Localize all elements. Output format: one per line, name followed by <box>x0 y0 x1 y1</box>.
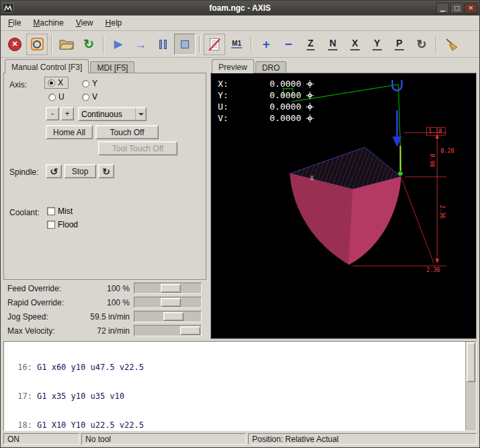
radio-icon <box>48 94 56 101</box>
gcode-scrollbar[interactable] <box>465 342 476 431</box>
toolbar-separator <box>103 36 104 53</box>
slider-thumb[interactable] <box>163 312 184 321</box>
gcode-listing[interactable]: 16:G1 x60 y10 u47.5 v22.5 17:G1 x35 y10 … <box>3 341 477 431</box>
feed-override-label: Feed Override: <box>7 284 76 293</box>
machine-state-cell: ON <box>3 433 79 445</box>
view-side-button[interactable]: X <box>344 34 366 55</box>
maximize-button[interactable]: ▢ <box>450 3 463 13</box>
spindle-ccw-button[interactable]: ↺ <box>46 164 62 178</box>
gcode-line[interactable]: 18:G1 X10 Y10 u22.5 v22.5 <box>9 420 465 430</box>
run-button[interactable] <box>108 34 129 55</box>
axis-radio-u[interactable]: U <box>48 92 65 102</box>
slider-thumb[interactable] <box>161 298 181 307</box>
close-button[interactable]: ✕ <box>465 3 477 13</box>
dro-row-u: U: 0.0000 <box>218 101 314 112</box>
estop-icon <box>8 38 22 51</box>
tool-position-marker <box>398 146 403 176</box>
rotate-icon <box>416 38 426 50</box>
slider-thumb[interactable] <box>161 284 181 293</box>
tab-mdi[interactable]: MDI [F5] <box>90 61 134 73</box>
axis-radio-v[interactable]: V <box>82 92 97 102</box>
open-file-button[interactable] <box>56 34 77 55</box>
letter-x-icon: X <box>350 38 359 50</box>
preview-canvas[interactable]: X: 0.0000 Y: 0.0000 U: 0.0000 <box>210 73 477 339</box>
zoom-out-button[interactable]: − <box>278 34 299 55</box>
jog-mode-combobox[interactable]: Continuous <box>78 107 147 121</box>
gcode-line[interactable]: 17:G1 x35 y10 u35 v10 <box>9 391 465 401</box>
toolbar-separator <box>51 36 52 53</box>
home-all-button[interactable]: Home All <box>46 125 93 139</box>
view-top-button[interactable]: Z <box>300 34 321 55</box>
menu-help[interactable]: Help <box>99 16 128 30</box>
chevron-down-icon <box>135 108 146 120</box>
window-title: foam.ngc - AXIS <box>1 3 479 13</box>
tool-touch-off-button: Tool Touch Off <box>98 141 177 155</box>
scrollbar-thumb[interactable] <box>467 342 475 382</box>
tab-manual-control[interactable]: Manual Control [F3] <box>5 59 89 73</box>
menu-file[interactable]: File <box>2 16 27 30</box>
radio-icon <box>82 80 89 87</box>
view-front-button[interactable]: Y <box>366 34 388 55</box>
jog-speed-slider[interactable] <box>134 311 202 322</box>
rotate-view-button[interactable] <box>411 34 432 55</box>
jog-speed-row: Jog Speed: 59.5 in/min <box>7 309 206 324</box>
optional-pause-button[interactable]: M1 <box>226 34 247 55</box>
coolant-label: Coolant: <box>9 208 40 217</box>
letter-y-icon: Y <box>372 38 381 50</box>
tab-preview[interactable]: Preview <box>212 59 254 73</box>
machine-power-button[interactable] <box>26 34 48 55</box>
unhomed-origin-icon <box>306 103 314 111</box>
unhomed-origin-icon <box>306 114 314 122</box>
pause-button[interactable] <box>152 34 173 55</box>
axis-radio-x[interactable]: X <box>44 77 69 89</box>
spindle-stop-button[interactable]: Stop <box>64 164 96 178</box>
tool-status-cell: No tool <box>81 433 246 445</box>
tab-dro[interactable]: DRO <box>255 61 287 73</box>
folder-icon <box>59 38 74 50</box>
reload-button[interactable] <box>78 34 99 55</box>
letter-z-rotated-icon: N <box>328 38 337 50</box>
toolbar-separator <box>436 36 437 53</box>
menu-machine[interactable]: Machine <box>27 16 69 30</box>
mist-checkbox[interactable]: Mist <box>47 207 73 216</box>
dim-label-4: 2.36 <box>439 205 446 219</box>
max-velocity-label: Max Velocity: <box>7 326 76 336</box>
rapid-override-row: Rapid Override: 100 % <box>7 295 206 309</box>
feed-override-slider[interactable] <box>134 283 202 294</box>
gcode-line[interactable]: 16:G1 x60 y10 u47.5 v22.5 <box>9 363 465 372</box>
radio-icon <box>48 79 55 87</box>
zoom-in-button[interactable]: + <box>255 34 277 55</box>
view-perspective-button[interactable]: P <box>389 34 410 55</box>
rapid-override-slider[interactable] <box>134 297 202 308</box>
view-top-rotated-button[interactable]: N <box>322 34 344 55</box>
touch-off-button[interactable]: Touch Off <box>95 125 159 139</box>
estop-button[interactable] <box>4 34 26 55</box>
dro-row-v: V: 0.0000 <box>218 112 314 124</box>
preview-column: Preview DRO X: 0.0000 Y: 0.0000 <box>210 59 477 339</box>
toolbar-separator <box>199 36 200 53</box>
main-area: Manual Control [F3] MDI [F5] Axis: X Y U <box>1 58 479 339</box>
rotate-cw-icon: ↻ <box>102 167 110 176</box>
max-velocity-slider[interactable] <box>134 325 202 336</box>
run-from-line-button[interactable] <box>130 34 151 55</box>
flood-checkbox[interactable]: Flood <box>47 220 78 229</box>
foam-part <box>290 147 401 264</box>
feed-override-row: Feed Override: 100 % <box>7 281 206 295</box>
jog-mode-value: Continuous <box>79 110 135 119</box>
jog-plus-button[interactable]: + <box>61 107 74 120</box>
jog-minus-button[interactable]: - <box>46 107 59 120</box>
slider-thumb[interactable] <box>180 326 200 335</box>
clear-plot-button[interactable] <box>440 34 462 55</box>
minimize-button[interactable]: ▁ <box>436 3 449 13</box>
position-mode-cell: Position: Relative Actual <box>248 433 477 445</box>
override-sliders: Feed Override: 100 % Rapid Override: 100… <box>3 280 206 339</box>
manual-control-panel: Axis: X Y U V - + <box>3 73 206 280</box>
feed-override-value: 100 % <box>76 284 134 293</box>
window-icon <box>3 3 13 13</box>
menu-view[interactable]: View <box>70 16 99 30</box>
dro-row-x: X: 0.0000 <box>218 78 314 89</box>
stop-button[interactable] <box>174 34 196 55</box>
skip-lines-button[interactable] <box>204 34 225 55</box>
spindle-cw-button[interactable]: ↻ <box>98 164 114 178</box>
axis-radio-y[interactable]: Y <box>82 79 97 88</box>
